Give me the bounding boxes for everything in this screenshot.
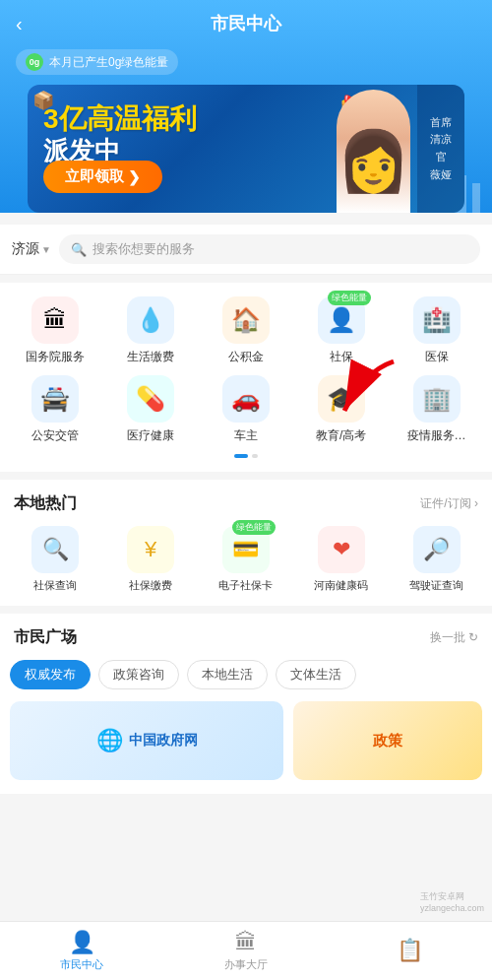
service-icon-traffic: 🚔 bbox=[31, 375, 79, 423]
banner-figure: 👩 bbox=[337, 90, 410, 213]
plaza-tab-local[interactable]: 本地生活 bbox=[187, 660, 268, 689]
service-item-car[interactable]: 🚗 车主 bbox=[201, 375, 292, 444]
nav-icon-citizens: 👤 bbox=[69, 930, 95, 955]
service-item-provident[interactable]: 🏠 公积金 bbox=[201, 296, 292, 365]
service-icon-epidemic: 🏢 bbox=[413, 375, 461, 423]
city-name: 济源 bbox=[12, 240, 39, 258]
service-label: 国务院服务 bbox=[26, 349, 85, 365]
green-energy-badge: 绿色能量 bbox=[328, 291, 371, 305]
dot-active bbox=[234, 454, 248, 458]
hot-item-shebao-pay[interactable]: ¥ 社保缴费 bbox=[105, 526, 197, 592]
banner-claim-button[interactable]: 立即领取 ❯ bbox=[43, 161, 162, 193]
service-icon-guowuyuan: 🏛 bbox=[31, 296, 79, 344]
banner-title: 3亿高温福利 派发中 bbox=[43, 102, 197, 166]
page-title: 市民中心 bbox=[211, 12, 281, 35]
card-policy-label: 政策 bbox=[373, 732, 402, 751]
plaza-tabs: 权威发布 政策咨询 本地生活 文体生活 bbox=[10, 660, 482, 689]
nav-item-other[interactable]: 📋 bbox=[328, 938, 492, 965]
service-item-health[interactable]: 💊 医疗健康 bbox=[105, 375, 197, 444]
service-item-life-fee[interactable]: 💧 生活缴费 bbox=[105, 296, 197, 365]
search-area: 济源 ▼ 🔍 搜索你想要的服务 bbox=[0, 225, 492, 275]
service-item-shebao[interactable]: 👤 绿色能量 社保 bbox=[295, 296, 387, 365]
hot-icon-health-code: ❤ bbox=[318, 526, 365, 573]
hot-icon-shebao-query: 🔍 bbox=[31, 526, 79, 573]
services-grid: 🏛 国务院服务 💧 生活缴费 🏠 公积金 👤 绿色能量 bbox=[10, 296, 482, 444]
nav-item-hall[interactable]: 🏛 办事大厅 bbox=[164, 930, 329, 972]
service-label: 公积金 bbox=[228, 349, 264, 365]
hot-item-e-shebao[interactable]: 💳 绿色能量 电子社保卡 bbox=[201, 526, 292, 592]
hot-grid: 🔍 社保查询 ¥ 社保缴费 💳 绿色能量 电子社保卡 ❤ bbox=[10, 526, 482, 592]
energy-bar: 0g 本月已产生0g绿色能量 bbox=[16, 49, 178, 75]
globe-icon: 🌐 bbox=[96, 728, 123, 753]
plaza-refresh[interactable]: 换一批 ↻ bbox=[430, 629, 478, 646]
chevron-down-icon: ▼ bbox=[41, 244, 51, 255]
card-gov-label: 中国政府网 bbox=[129, 732, 198, 750]
service-icon-car: 🚗 bbox=[222, 375, 270, 423]
hot-label: 驾驶证查询 bbox=[409, 578, 463, 592]
hot-label: 社保查询 bbox=[33, 578, 77, 592]
service-label: 公安交管 bbox=[31, 427, 79, 444]
search-input[interactable]: 🔍 搜索你想要的服务 bbox=[59, 234, 480, 264]
city-selector[interactable]: 济源 ▼ bbox=[12, 240, 51, 258]
hot-label: 社保缴费 bbox=[129, 578, 172, 592]
service-icon-education: 🎓 bbox=[318, 375, 365, 423]
nav-label-hall: 办事大厅 bbox=[224, 957, 268, 972]
plaza-tab-culture[interactable]: 文体生活 bbox=[276, 660, 356, 689]
hot-item-shebao-query[interactable]: 🔍 社保查询 bbox=[10, 526, 101, 592]
dot-1 bbox=[252, 454, 258, 458]
service-item-medical-insurance[interactable]: 🏥 医保 bbox=[391, 296, 482, 365]
service-label: 教育/高考 bbox=[316, 427, 366, 444]
nav-label-citizens: 市民中心 bbox=[60, 957, 103, 972]
plaza-card-gov[interactable]: 🌐 中国政府网 bbox=[10, 701, 283, 780]
plaza-section-title: 市民广场 bbox=[14, 627, 77, 648]
watermark: 玉竹安卓网yzlangecha.com bbox=[420, 890, 484, 913]
hot-label: 电子社保卡 bbox=[218, 578, 273, 592]
svg-rect-12 bbox=[472, 183, 480, 213]
header-top: ‹ 市民中心 bbox=[16, 12, 476, 43]
hot-item-driver-query[interactable]: 🔎 驾驶证查询 bbox=[391, 526, 482, 592]
plaza-tab-policy[interactable]: 政策咨询 bbox=[98, 660, 179, 689]
service-item-epidemic[interactable]: 🏢 疫情服务… bbox=[391, 375, 482, 444]
service-icon-health: 💊 bbox=[127, 375, 174, 423]
back-button[interactable]: ‹ bbox=[16, 13, 23, 35]
plaza-cards: 🌐 中国政府网 政策 bbox=[10, 701, 482, 780]
energy-dot: 0g bbox=[26, 53, 43, 71]
plaza-section-header: 市民广场 换一批 ↻ bbox=[10, 627, 482, 648]
hot-section-header: 本地热门 证件/订阅 › bbox=[10, 493, 482, 514]
plaza-section: 市民广场 换一批 ↻ 权威发布 政策咨询 本地生活 文体生活 🌐 中国政府网 政… bbox=[0, 614, 492, 794]
hot-icon-shebao-pay: ¥ bbox=[127, 526, 174, 573]
hot-label: 河南健康码 bbox=[314, 578, 368, 592]
page-dots bbox=[10, 454, 482, 458]
hot-section-action[interactable]: 证件/订阅 › bbox=[420, 495, 478, 512]
service-label: 医疗健康 bbox=[127, 427, 174, 444]
service-icon-provident: 🏠 bbox=[222, 296, 270, 344]
service-icon-medical-insurance: 🏥 bbox=[413, 296, 461, 344]
refresh-icon: ↻ bbox=[468, 630, 478, 644]
services-section: 🏛 国务院服务 💧 生活缴费 🏠 公积金 👤 绿色能量 bbox=[0, 283, 492, 472]
service-label: 医保 bbox=[425, 349, 449, 365]
nav-item-citizens[interactable]: 👤 市民中心 bbox=[0, 930, 164, 972]
search-icon: 🔍 bbox=[71, 242, 87, 257]
service-item-traffic[interactable]: 🚔 公安交管 bbox=[10, 375, 101, 444]
chevron-right-icon: › bbox=[474, 496, 478, 510]
service-label: 疫情服务… bbox=[407, 427, 466, 444]
bottom-nav: 👤 市民中心 🏛 办事大厅 📋 bbox=[0, 921, 492, 980]
service-item-education[interactable]: 🎓 教育/高考 bbox=[295, 375, 387, 444]
energy-text: 本月已产生0g绿色能量 bbox=[49, 54, 168, 71]
banner-side-text: 首席 清凉 官 薇娅 bbox=[417, 85, 464, 213]
hot-section-title: 本地热门 bbox=[14, 493, 77, 514]
service-icon-shebao: 👤 绿色能量 bbox=[318, 296, 365, 344]
plaza-card-policy[interactable]: 政策 bbox=[293, 701, 482, 780]
service-label: 社保 bbox=[330, 349, 353, 365]
hot-item-health-code[interactable]: ❤ 河南健康码 bbox=[295, 526, 387, 592]
hot-icon-driver-query: 🔎 bbox=[413, 526, 461, 573]
service-icon-life-fee: 💧 bbox=[127, 296, 174, 344]
service-label: 车主 bbox=[234, 427, 258, 444]
hot-icon-e-shebao: 💳 绿色能量 bbox=[222, 526, 270, 573]
nav-icon-other: 📋 bbox=[397, 938, 423, 963]
banner: 📦 3亿高温福利 派发中 立即领取 ❯ 🎁 👩 首席 清凉 官 薇娅 bbox=[28, 85, 464, 213]
hot-section: 本地热门 证件/订阅 › 🔍 社保查询 ¥ 社保缴费 � bbox=[0, 480, 492, 606]
service-item-guowuyuan[interactable]: 🏛 国务院服务 bbox=[10, 296, 101, 365]
plaza-tab-authority[interactable]: 权威发布 bbox=[10, 660, 91, 689]
green-energy-badge-2: 绿色能量 bbox=[232, 520, 276, 535]
